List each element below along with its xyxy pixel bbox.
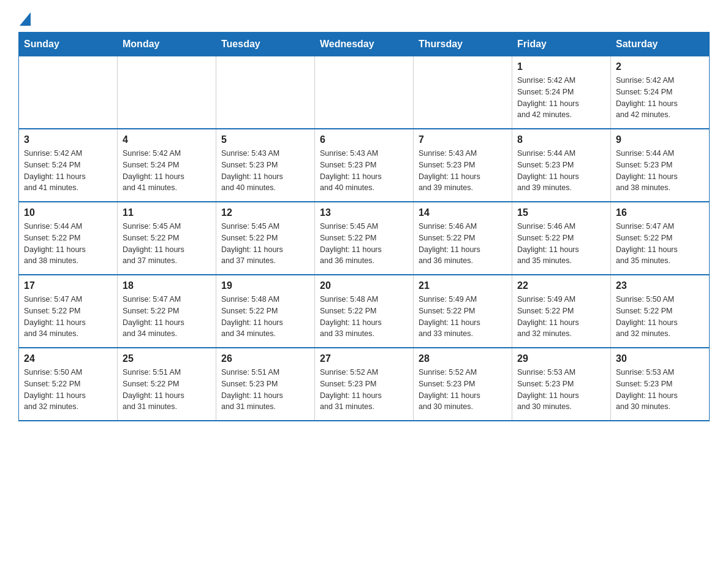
day-info: Sunrise: 5:49 AMSunset: 5:22 PMDaylight:… <box>517 294 605 340</box>
header <box>18 12 710 26</box>
day-number: 27 <box>320 353 408 364</box>
calendar-cell: 10Sunrise: 5:44 AMSunset: 5:22 PMDayligh… <box>19 202 118 275</box>
calendar-cell: 9Sunrise: 5:44 AMSunset: 5:23 PMDaylight… <box>611 129 710 202</box>
day-info: Sunrise: 5:46 AMSunset: 5:22 PMDaylight:… <box>419 221 507 267</box>
calendar-cell: 6Sunrise: 5:43 AMSunset: 5:23 PMDaylight… <box>315 129 414 202</box>
day-number: 6 <box>320 134 408 145</box>
svg-marker-0 <box>20 12 31 26</box>
day-number: 17 <box>24 280 112 291</box>
calendar-cell <box>118 56 216 129</box>
day-info: Sunrise: 5:49 AMSunset: 5:22 PMDaylight:… <box>419 294 507 340</box>
day-info: Sunrise: 5:51 AMSunset: 5:22 PMDaylight:… <box>123 367 211 413</box>
day-number: 30 <box>616 353 704 364</box>
calendar-cell <box>19 56 118 129</box>
day-number: 3 <box>24 134 112 145</box>
calendar-cell: 15Sunrise: 5:46 AMSunset: 5:22 PMDayligh… <box>512 202 611 275</box>
calendar-cell: 8Sunrise: 5:44 AMSunset: 5:23 PMDaylight… <box>512 129 611 202</box>
day-info: Sunrise: 5:47 AMSunset: 5:22 PMDaylight:… <box>616 221 704 267</box>
calendar-week-row: 3Sunrise: 5:42 AMSunset: 5:24 PMDaylight… <box>19 129 710 202</box>
day-info: Sunrise: 5:47 AMSunset: 5:22 PMDaylight:… <box>123 294 211 340</box>
day-info: Sunrise: 5:53 AMSunset: 5:23 PMDaylight:… <box>517 367 605 413</box>
day-number: 20 <box>320 280 408 291</box>
calendar-cell <box>315 56 414 129</box>
day-number: 25 <box>123 353 211 364</box>
calendar-header: SundayMondayTuesdayWednesdayThursdayFrid… <box>19 33 710 56</box>
calendar-cell: 16Sunrise: 5:47 AMSunset: 5:22 PMDayligh… <box>611 202 710 275</box>
calendar-cell: 21Sunrise: 5:49 AMSunset: 5:22 PMDayligh… <box>414 275 512 348</box>
calendar-cell: 14Sunrise: 5:46 AMSunset: 5:22 PMDayligh… <box>414 202 512 275</box>
calendar-week-row: 1Sunrise: 5:42 AMSunset: 5:24 PMDaylight… <box>19 56 710 129</box>
day-info: Sunrise: 5:42 AMSunset: 5:24 PMDaylight:… <box>24 148 112 194</box>
day-info: Sunrise: 5:43 AMSunset: 5:23 PMDaylight:… <box>221 148 309 194</box>
day-info: Sunrise: 5:47 AMSunset: 5:22 PMDaylight:… <box>24 294 112 340</box>
day-info: Sunrise: 5:45 AMSunset: 5:22 PMDaylight:… <box>320 221 408 267</box>
day-info: Sunrise: 5:52 AMSunset: 5:23 PMDaylight:… <box>320 367 408 413</box>
calendar-cell: 1Sunrise: 5:42 AMSunset: 5:24 PMDaylight… <box>512 56 611 129</box>
day-number: 12 <box>221 207 309 218</box>
day-info: Sunrise: 5:45 AMSunset: 5:22 PMDaylight:… <box>221 221 309 267</box>
calendar-cell: 19Sunrise: 5:48 AMSunset: 5:22 PMDayligh… <box>216 275 315 348</box>
day-info: Sunrise: 5:48 AMSunset: 5:22 PMDaylight:… <box>221 294 309 340</box>
day-number: 1 <box>517 61 605 72</box>
calendar-table: SundayMondayTuesdayWednesdayThursdayFrid… <box>18 32 710 421</box>
day-number: 8 <box>517 134 605 145</box>
day-number: 2 <box>616 61 704 72</box>
calendar-cell: 3Sunrise: 5:42 AMSunset: 5:24 PMDaylight… <box>19 129 118 202</box>
day-info: Sunrise: 5:43 AMSunset: 5:23 PMDaylight:… <box>320 148 408 194</box>
day-info: Sunrise: 5:50 AMSunset: 5:22 PMDaylight:… <box>616 294 704 340</box>
calendar-cell: 22Sunrise: 5:49 AMSunset: 5:22 PMDayligh… <box>512 275 611 348</box>
calendar-cell: 26Sunrise: 5:51 AMSunset: 5:23 PMDayligh… <box>216 348 315 421</box>
weekday-header-sunday: Sunday <box>19 33 118 56</box>
day-info: Sunrise: 5:53 AMSunset: 5:23 PMDaylight:… <box>616 367 704 413</box>
day-number: 16 <box>616 207 704 218</box>
calendar-cell: 4Sunrise: 5:42 AMSunset: 5:24 PMDaylight… <box>118 129 216 202</box>
day-info: Sunrise: 5:42 AMSunset: 5:24 PMDaylight:… <box>517 75 605 121</box>
day-number: 19 <box>221 280 309 291</box>
calendar-cell: 25Sunrise: 5:51 AMSunset: 5:22 PMDayligh… <box>118 348 216 421</box>
weekday-header-tuesday: Tuesday <box>216 33 315 56</box>
logo-triangle-icon <box>20 12 31 26</box>
day-number: 18 <box>123 280 211 291</box>
calendar-cell: 12Sunrise: 5:45 AMSunset: 5:22 PMDayligh… <box>216 202 315 275</box>
day-number: 7 <box>419 134 507 145</box>
day-info: Sunrise: 5:46 AMSunset: 5:22 PMDaylight:… <box>517 221 605 267</box>
calendar-week-row: 17Sunrise: 5:47 AMSunset: 5:22 PMDayligh… <box>19 275 710 348</box>
day-info: Sunrise: 5:52 AMSunset: 5:23 PMDaylight:… <box>419 367 507 413</box>
calendar-cell: 29Sunrise: 5:53 AMSunset: 5:23 PMDayligh… <box>512 348 611 421</box>
calendar-cell <box>414 56 512 129</box>
day-number: 5 <box>221 134 309 145</box>
day-info: Sunrise: 5:44 AMSunset: 5:23 PMDaylight:… <box>517 148 605 194</box>
calendar-cell: 5Sunrise: 5:43 AMSunset: 5:23 PMDaylight… <box>216 129 315 202</box>
calendar-cell: 17Sunrise: 5:47 AMSunset: 5:22 PMDayligh… <box>19 275 118 348</box>
calendar-body: 1Sunrise: 5:42 AMSunset: 5:24 PMDaylight… <box>19 56 710 421</box>
day-info: Sunrise: 5:44 AMSunset: 5:23 PMDaylight:… <box>616 148 704 194</box>
day-number: 13 <box>320 207 408 218</box>
day-number: 22 <box>517 280 605 291</box>
weekday-header-monday: Monday <box>118 33 216 56</box>
day-info: Sunrise: 5:50 AMSunset: 5:22 PMDaylight:… <box>24 367 112 413</box>
calendar-cell: 11Sunrise: 5:45 AMSunset: 5:22 PMDayligh… <box>118 202 216 275</box>
day-info: Sunrise: 5:48 AMSunset: 5:22 PMDaylight:… <box>320 294 408 340</box>
calendar-cell: 18Sunrise: 5:47 AMSunset: 5:22 PMDayligh… <box>118 275 216 348</box>
day-info: Sunrise: 5:44 AMSunset: 5:22 PMDaylight:… <box>24 221 112 267</box>
day-number: 15 <box>517 207 605 218</box>
weekday-header-thursday: Thursday <box>414 33 512 56</box>
calendar-cell: 27Sunrise: 5:52 AMSunset: 5:23 PMDayligh… <box>315 348 414 421</box>
calendar-cell: 7Sunrise: 5:43 AMSunset: 5:23 PMDaylight… <box>414 129 512 202</box>
day-number: 23 <box>616 280 704 291</box>
calendar-cell: 13Sunrise: 5:45 AMSunset: 5:22 PMDayligh… <box>315 202 414 275</box>
day-number: 21 <box>419 280 507 291</box>
day-info: Sunrise: 5:43 AMSunset: 5:23 PMDaylight:… <box>419 148 507 194</box>
day-number: 29 <box>517 353 605 364</box>
day-number: 24 <box>24 353 112 364</box>
calendar-cell: 20Sunrise: 5:48 AMSunset: 5:22 PMDayligh… <box>315 275 414 348</box>
day-number: 11 <box>123 207 211 218</box>
day-number: 4 <box>123 134 211 145</box>
calendar-cell <box>216 56 315 129</box>
logo <box>18 12 31 26</box>
day-info: Sunrise: 5:45 AMSunset: 5:22 PMDaylight:… <box>123 221 211 267</box>
calendar-week-row: 24Sunrise: 5:50 AMSunset: 5:22 PMDayligh… <box>19 348 710 421</box>
day-number: 28 <box>419 353 507 364</box>
calendar-cell: 24Sunrise: 5:50 AMSunset: 5:22 PMDayligh… <box>19 348 118 421</box>
weekday-header-row: SundayMondayTuesdayWednesdayThursdayFrid… <box>19 33 710 56</box>
